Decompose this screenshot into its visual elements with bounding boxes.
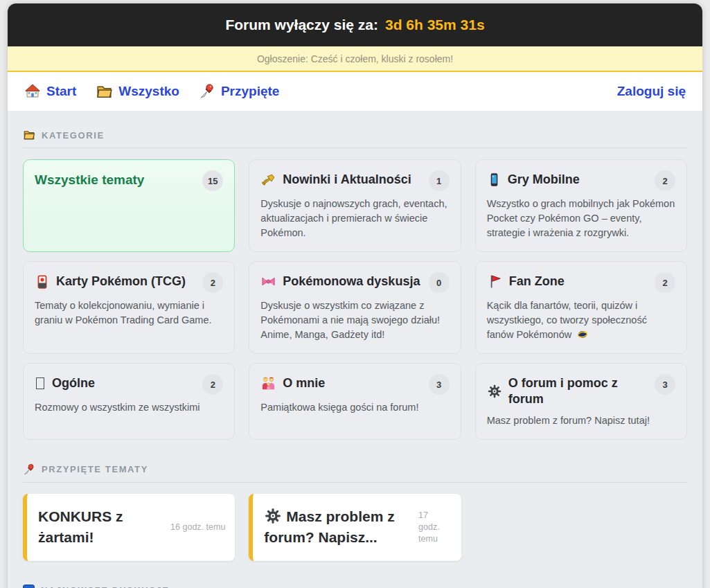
playing-card-icon	[35, 274, 50, 289]
topic-count-badge: 1	[429, 170, 450, 191]
main-nav: Start Wszystko Przypięte	[8, 72, 702, 111]
announcement-text: Ogłoszenie: Cześć i czołem, kluski z ros…	[257, 53, 453, 64]
category-card-fan-zone[interactable]: Fan Zone 2 Kącik dla fanartów, teorii, q…	[475, 261, 687, 354]
category-description: Dyskusje o najnowszych grach, eventach, …	[260, 197, 449, 240]
gear-icon	[264, 507, 282, 525]
category-card-all-topics[interactable]: Wszystkie tematy 15	[23, 159, 235, 252]
pinned-topic-card[interactable]: Masz problem z forum? Napisz... 17 godz.…	[249, 494, 461, 561]
topic-count-badge: 2	[655, 272, 675, 293]
pushpin-icon	[199, 83, 215, 100]
category-title: Nowinki i Aktualności	[283, 172, 411, 188]
home-icon	[24, 83, 41, 100]
category-card-forum-help[interactable]: O forum i pomoc z forum 3 Masz problem z…	[475, 363, 687, 440]
countdown-label: Forum wyłączy się za:	[225, 17, 378, 33]
topic-count-badge: 2	[202, 374, 223, 395]
trumpet-icon	[260, 172, 276, 188]
folder-icon	[96, 83, 113, 100]
category-title: Karty Pokémon (TCG)	[56, 274, 186, 289]
category-card-general[interactable]: Ogólne 2 Rozmowy o wszystkim ze wszystki…	[23, 363, 235, 440]
mobile-phone-icon	[487, 172, 502, 187]
category-title: Fan Zone	[509, 274, 565, 289]
pushpin-icon	[23, 463, 35, 476]
nav-start-link[interactable]: Start	[24, 83, 76, 100]
dizzy-star-icon	[576, 328, 589, 341]
categories-section-title: Kategorie	[42, 130, 105, 141]
nav-pinned-link[interactable]: Przypięte	[199, 83, 279, 100]
pinned-section-title: Przypięte tematy	[42, 464, 148, 474]
category-description: Masz problem z forum? Napisz tutaj!	[487, 413, 675, 428]
category-description: Dyskusje o wszystkim co związane z Pokém…	[260, 299, 449, 342]
latest-section-header: NEW Najnowsze dyskusje	[23, 585, 687, 588]
categories-section-header: Kategorie	[23, 129, 687, 148]
pinned-topics-grid: KONKURS z żartami! 16 godz. temu	[23, 494, 687, 561]
category-description: Kącik dla fanartów, teorii, quizów i wsz…	[487, 299, 675, 342]
nav-all-label: Wszystko	[118, 84, 179, 99]
topic-count-badge: 3	[429, 374, 450, 395]
folder-icon	[23, 129, 35, 141]
red-flag-icon	[487, 274, 503, 289]
pinned-topic-title: Masz problem z forum? Napisz...	[264, 506, 413, 549]
countdown-value: 3d 6h 35m 31s	[385, 17, 485, 33]
main-content: Kategorie Wszystkie tematy 15	[8, 111, 702, 588]
pinned-topics-section: Przypięte tematy KONKURS z żartami! 16 g…	[23, 463, 687, 561]
nav-all-link[interactable]: Wszystko	[96, 83, 179, 100]
category-description: Pamiątkowa księga gości na forum!	[260, 400, 449, 415]
category-description: Rozmowy o wszystkim ze wszystkimi	[35, 400, 223, 415]
new-badge-icon: NEW	[23, 585, 35, 588]
announcement-bar: Ogłoszenie: Cześć i czołem, kluski z ros…	[8, 46, 702, 72]
category-title: Wszystkie tematy	[35, 170, 144, 189]
latest-discussions-section: NEW Najnowsze dyskusje vulpi przestań 15…	[23, 585, 687, 588]
topic-count-badge: 3	[655, 374, 675, 395]
ribbon-bow-icon	[260, 274, 276, 289]
latest-section-title: Najnowsze dyskusje	[41, 585, 170, 588]
category-title: Gry Mobilne	[508, 172, 580, 188]
category-card-tcg[interactable]: Karty Pokémon (TCG) 2 Tematy o kolekcjon…	[23, 261, 235, 354]
shutdown-countdown-bar: Forum wyłączy się za: 3d 6h 35m 31s	[8, 3, 702, 46]
categories-grid: Wszystkie tematy 15	[23, 159, 687, 440]
category-description: Wszystko o grach mobilnych jak Pokémon P…	[487, 197, 675, 240]
category-title: Ogólne	[52, 375, 95, 391]
pinned-topic-card[interactable]: KONKURS z żartami! 16 godz. temu	[23, 494, 235, 561]
nav-start-label: Start	[46, 84, 76, 99]
category-title: O forum i pomoc z forum	[508, 375, 649, 408]
pinned-topic-title: KONKURS z żartami!	[38, 506, 165, 549]
topic-count-badge: 15	[202, 170, 223, 191]
topic-count-badge: 2	[202, 272, 223, 293]
topic-count-badge: 0	[429, 272, 450, 293]
gear-icon	[487, 384, 502, 399]
category-title: Pokémonowa dyskusja	[283, 274, 420, 289]
missing-glyph-icon	[36, 377, 44, 389]
forum-page: Forum wyłączy się za: 3d 6h 35m 31s Ogło…	[8, 3, 702, 588]
category-card-about-me[interactable]: O mnie 3 Pamiątkowa księga gości na foru…	[249, 363, 461, 440]
category-card-mobile-games[interactable]: Gry Mobilne 2 Wszystko o grach mobilnych…	[475, 159, 687, 252]
topic-count-badge: 2	[655, 170, 675, 191]
category-card-news[interactable]: Nowinki i Aktualności 1 Dyskusje o najno…	[249, 159, 461, 252]
pinned-section-header: Przypięte tematy	[23, 463, 687, 483]
category-description: Tematy o kolekcjonowaniu, wymianie i gra…	[35, 299, 223, 328]
category-title: O mnie	[283, 375, 325, 391]
nav-pinned-label: Przypięte	[221, 84, 279, 99]
login-link[interactable]: Zaloguj się	[617, 84, 686, 99]
pinned-topic-time: 17 godz. temu	[418, 510, 452, 545]
category-card-pokemon-discussion[interactable]: Pokémonowa dyskusja 0 Dyskusje o wszystk…	[249, 261, 461, 354]
pinned-topic-time: 16 godz. temu	[170, 522, 225, 533]
family-icon	[260, 375, 276, 391]
